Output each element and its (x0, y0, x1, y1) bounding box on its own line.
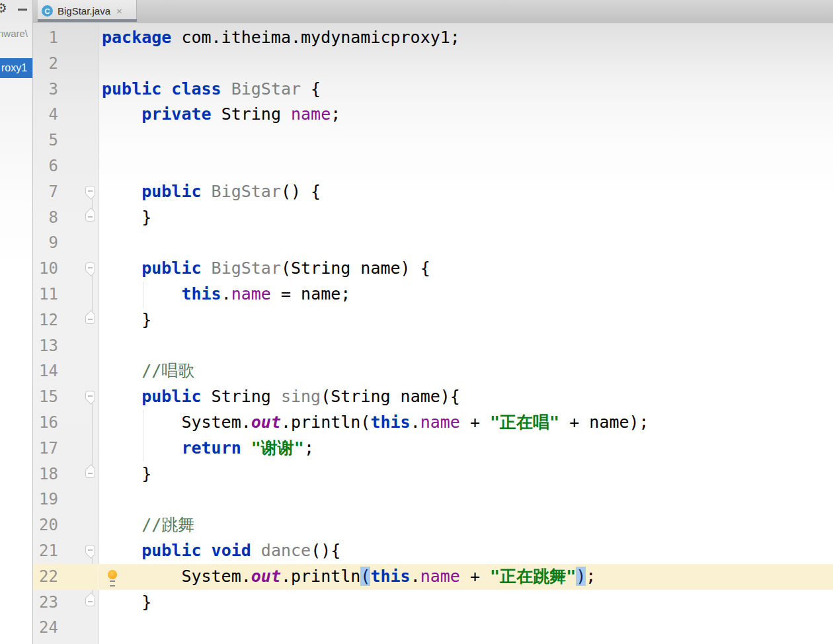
code-text[interactable]: //跳舞 (99, 512, 833, 538)
code-text[interactable]: } (99, 307, 833, 333)
code-line[interactable]: 25 // (33, 641, 833, 644)
code-line[interactable]: 4 private String name; (33, 102, 833, 128)
code-text[interactable] (99, 230, 833, 256)
fold-gutter (65, 153, 99, 179)
code-line[interactable]: 8 } (33, 205, 833, 231)
code-line[interactable]: 13 (33, 333, 833, 359)
line-number[interactable]: 23 (33, 590, 65, 616)
code-text[interactable]: } (99, 462, 833, 487)
code-text[interactable]: return "谢谢"; (99, 436, 833, 462)
fold-start-icon[interactable] (85, 391, 95, 401)
line-number[interactable]: 14 (33, 358, 65, 384)
code-line[interactable]: 1package com.itheima.mydynamicproxy1; (33, 25, 833, 51)
line-number[interactable]: 18 (33, 462, 65, 487)
line-number[interactable]: 15 (33, 384, 65, 410)
line-number[interactable]: 10 (33, 256, 65, 282)
code-line[interactable]: 7 public BigStar() { (33, 179, 833, 205)
code-line[interactable]: 12 } (33, 307, 833, 333)
code-line[interactable]: 18 } (33, 462, 833, 487)
code-text[interactable]: this.name = name; (99, 282, 833, 307)
code-token: } (102, 592, 151, 612)
intention-bulb-icon[interactable] (107, 570, 118, 584)
line-number[interactable]: 17 (33, 436, 65, 462)
line-number[interactable]: 4 (33, 102, 65, 128)
line-number[interactable]: 13 (33, 333, 65, 359)
tab-bigstar-java[interactable]: C BigStar.java × (38, 0, 137, 22)
fold-end-icon[interactable] (85, 468, 95, 478)
line-number[interactable]: 9 (33, 230, 65, 256)
code-line[interactable]: 10 public BigStar(String name) { (33, 256, 833, 282)
code-token (102, 104, 141, 124)
code-token: public void (141, 541, 251, 560)
code-text[interactable]: //唱歌 (99, 358, 833, 384)
line-number[interactable]: 22 (33, 564, 65, 590)
code-line[interactable]: 24 (33, 615, 833, 641)
code-editor[interactable]: 1package com.itheima.mydynamicproxy1;23p… (33, 22, 833, 644)
code-text[interactable] (99, 333, 833, 359)
code-text[interactable] (99, 153, 833, 179)
line-number[interactable]: 8 (33, 205, 65, 231)
code-text[interactable]: private String name; (99, 102, 833, 128)
code-line[interactable]: 22 System.out.println(this.name + "正在跳舞"… (33, 564, 833, 590)
code-text[interactable]: } (99, 590, 833, 616)
code-text[interactable]: public String sing(String name){ (99, 384, 833, 410)
line-number[interactable]: 19 (33, 487, 65, 512)
line-number[interactable]: 24 (33, 615, 65, 641)
code-text[interactable]: System.out.println(this.name + "正在跳舞"); (99, 564, 833, 590)
code-line[interactable]: 5 (33, 128, 833, 153)
line-number[interactable]: 21 (33, 538, 65, 564)
line-number[interactable]: 12 (33, 307, 65, 333)
tree-item-path[interactable]: nware\ (0, 28, 28, 39)
hide-panel-icon[interactable] (18, 9, 27, 11)
code-text[interactable]: public class BigStar { (99, 77, 833, 102)
code-token: . (221, 284, 231, 303)
code-token: name (420, 413, 460, 432)
fold-end-icon[interactable] (85, 596, 95, 606)
fold-end-icon[interactable] (85, 212, 95, 221)
code-line[interactable]: 23 } (33, 590, 833, 616)
tree-item-selected[interactable]: roxy1 (0, 58, 32, 78)
fold-gutter (65, 256, 99, 282)
line-number[interactable]: 2 (33, 51, 65, 77)
code-line[interactable]: 6 (33, 153, 833, 179)
line-number[interactable]: 11 (33, 282, 65, 307)
fold-start-icon[interactable] (85, 262, 95, 272)
code-text[interactable]: package com.itheima.mydynamicproxy1; (99, 25, 833, 51)
line-number[interactable]: 3 (33, 77, 65, 102)
code-line[interactable]: 2 (33, 51, 833, 77)
fold-start-icon[interactable] (85, 186, 95, 196)
code-text[interactable]: System.out.println(this.name + "正在唱" + n… (99, 410, 833, 436)
code-line[interactable]: 21 public void dance(){ (33, 538, 833, 564)
code-text[interactable] (99, 615, 833, 641)
code-text[interactable]: public BigStar() { (99, 179, 833, 205)
code-text[interactable]: } (99, 205, 833, 231)
fold-start-icon[interactable] (85, 545, 95, 555)
code-text[interactable]: public void dance(){ (99, 538, 833, 564)
code-line[interactable]: 11 this.name = name; (33, 282, 833, 307)
line-number[interactable]: 5 (33, 128, 65, 153)
code-text[interactable] (99, 128, 833, 153)
fold-end-icon[interactable] (85, 314, 95, 324)
code-token: ( (360, 567, 370, 586)
code-line[interactable]: 15 public String sing(String name){ (33, 384, 833, 410)
code-text[interactable] (99, 487, 833, 512)
line-number[interactable]: 16 (33, 410, 65, 436)
code-line[interactable]: 9 (33, 230, 833, 256)
code-line[interactable]: 20 //跳舞 (33, 512, 833, 538)
code-line[interactable]: 19 (33, 487, 833, 512)
line-number[interactable]: 25 (33, 641, 65, 644)
code-line[interactable]: 3public class BigStar { (33, 77, 833, 102)
close-icon[interactable]: × (116, 5, 122, 17)
line-number[interactable]: 6 (33, 153, 65, 179)
code-line[interactable]: 16 System.out.println(this.name + "正在唱" … (33, 410, 833, 436)
line-number[interactable]: 7 (33, 179, 65, 205)
line-number[interactable]: 20 (33, 512, 65, 538)
line-number[interactable]: 1 (33, 25, 65, 51)
code-line[interactable]: 14 //唱歌 (33, 358, 833, 384)
editor-column: C BigStar.java × 1package com.itheima.my… (33, 0, 833, 644)
code-text[interactable]: // (99, 641, 833, 644)
code-line[interactable]: 17 return "谢谢"; (33, 436, 833, 462)
code-text[interactable] (99, 51, 833, 77)
gear-icon[interactable]: ⚙ (0, 0, 7, 16)
code-text[interactable]: public BigStar(String name) { (99, 256, 833, 282)
